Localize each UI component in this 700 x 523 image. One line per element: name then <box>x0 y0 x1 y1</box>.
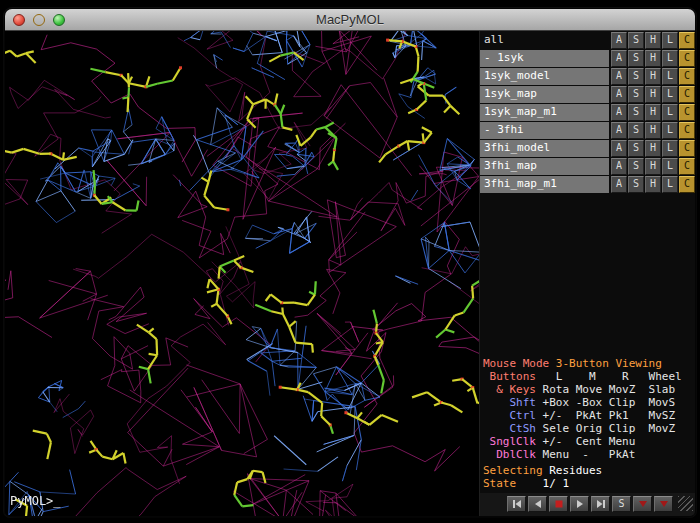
object-row: 1syk_map_m1ASHLC <box>480 104 695 121</box>
object-c-button[interactable]: C <box>679 158 695 175</box>
object-s-button[interactable]: S <box>628 68 644 85</box>
object-c-button[interactable]: C <box>679 32 695 49</box>
frame-menu-button[interactable] <box>654 496 673 512</box>
mouse-panel-line: Buttons L M R Wheel <box>483 370 682 383</box>
object-s-button[interactable]: S <box>628 122 644 139</box>
stop-icon <box>554 500 564 508</box>
object-c-button[interactable]: C <box>679 140 695 157</box>
object-h-button[interactable]: H <box>645 32 661 49</box>
object-a-button[interactable]: A <box>611 122 627 139</box>
command-prompt[interactable]: PyMOL>_ <box>10 494 61 508</box>
object-s-button[interactable]: S <box>628 50 644 67</box>
mouse-panel-text: 1/ 1 <box>523 477 569 490</box>
object-a-button[interactable]: A <box>611 176 627 193</box>
skip-to-start-icon <box>512 500 522 508</box>
stop-button[interactable] <box>549 496 568 512</box>
mouse-panel-line: State 1/ 1 <box>483 477 682 490</box>
mouse-panel-text: DblClk <box>483 448 543 461</box>
play-button[interactable] <box>570 496 589 512</box>
mouse-panel-text: L M R Wheel <box>543 370 682 383</box>
object-row: 3fhi_mapASHLC <box>480 158 695 175</box>
object-a-button[interactable]: A <box>611 86 627 103</box>
object-s-button[interactable]: S <box>628 32 644 49</box>
object-h-button[interactable]: H <box>645 140 661 157</box>
object-panel: allASHLC- 1sykASHLC1syk_modelASHLC1syk_m… <box>479 31 695 516</box>
object-l-button[interactable]: L <box>662 158 678 175</box>
object-l-button[interactable]: L <box>662 140 678 157</box>
object-s-button[interactable]: S <box>628 104 644 121</box>
object-c-button[interactable]: C <box>679 176 695 193</box>
molecule-viewport: PyMOL>_ <box>5 31 479 516</box>
zoom-button[interactable] <box>53 14 65 26</box>
traffic-lights <box>13 14 65 26</box>
object-s-button[interactable]: S <box>628 158 644 175</box>
object-l-button[interactable]: L <box>662 176 678 193</box>
mouse-panel-line: CtSh Sele Orig Clip MovZ <box>483 422 682 435</box>
viewport-canvas[interactable] <box>5 31 479 516</box>
object-s-button[interactable]: S <box>628 176 644 193</box>
object-a-button[interactable]: A <box>611 104 627 121</box>
object-list: allASHLC- 1sykASHLC1syk_modelASHLC1syk_m… <box>480 31 695 193</box>
skip-to-start-button[interactable] <box>507 496 526 512</box>
object-l-button[interactable]: L <box>662 122 678 139</box>
object-l-button[interactable]: L <box>662 104 678 121</box>
object-a-button[interactable]: A <box>611 140 627 157</box>
object-name[interactable]: 3fhi_map_m1 <box>480 176 609 193</box>
object-row: - 3fhiASHLC <box>480 122 695 139</box>
mouse-panel-text: Residues <box>549 464 602 477</box>
object-c-button[interactable]: C <box>679 122 695 139</box>
scene-button[interactable]: S <box>612 496 631 512</box>
resize-grip[interactable] <box>678 496 693 511</box>
object-row: 1syk_mapASHLC <box>480 86 695 103</box>
mouse-panel-line: Mouse Mode 3-Button Viewing <box>483 357 682 370</box>
object-h-button[interactable]: H <box>645 86 661 103</box>
object-l-button[interactable]: L <box>662 32 678 49</box>
skip-to-end-button[interactable] <box>591 496 610 512</box>
object-s-button[interactable]: S <box>628 140 644 157</box>
mouse-panel-text: Ctrl <box>483 409 543 422</box>
object-l-button[interactable]: L <box>662 50 678 67</box>
title-bar[interactable]: MacPyMOL <box>5 9 695 31</box>
mouse-panel-text: +/- Cent Menu <box>543 435 636 448</box>
object-a-button[interactable]: A <box>611 50 627 67</box>
object-row: 1syk_modelASHLC <box>480 68 695 85</box>
skip-to-end-icon <box>596 500 606 508</box>
object-c-button[interactable]: C <box>679 86 695 103</box>
menu-down-icon <box>638 500 648 508</box>
object-row: 3fhi_modelASHLC <box>480 140 695 157</box>
minimize-button[interactable] <box>33 14 45 26</box>
mouse-panel-text: +/- PkAt Pk1 MvSZ <box>543 409 675 422</box>
object-name[interactable]: 3fhi_map <box>480 158 609 175</box>
step-back-button[interactable] <box>528 496 547 512</box>
object-h-button[interactable]: H <box>645 104 661 121</box>
object-h-button[interactable]: H <box>645 50 661 67</box>
object-l-button[interactable]: L <box>662 86 678 103</box>
mouse-panel-text: & Keys <box>483 383 543 396</box>
object-name[interactable]: all <box>480 32 609 49</box>
scene-menu-button[interactable] <box>633 496 652 512</box>
object-name[interactable]: 1syk_model <box>480 68 609 85</box>
close-button[interactable] <box>13 14 25 26</box>
object-h-button[interactable]: H <box>645 176 661 193</box>
mouse-panel: Mouse Mode 3-Button Viewing Buttons L M … <box>483 357 682 490</box>
object-c-button[interactable]: C <box>679 104 695 121</box>
object-c-button[interactable]: C <box>679 50 695 67</box>
mouse-panel-line: Ctrl +/- PkAt Pk1 MvSZ <box>483 409 682 422</box>
object-name[interactable]: - 1syk <box>480 50 609 67</box>
object-c-button[interactable]: C <box>679 68 695 85</box>
object-h-button[interactable]: H <box>645 158 661 175</box>
object-h-button[interactable]: H <box>645 122 661 139</box>
mouse-panel-text: Shft <box>483 396 543 409</box>
object-l-button[interactable]: L <box>662 68 678 85</box>
object-name[interactable]: 1syk_map <box>480 86 609 103</box>
mouse-panel-text: Buttons <box>483 370 543 383</box>
object-name[interactable]: 3fhi_model <box>480 140 609 157</box>
object-a-button[interactable]: A <box>611 68 627 85</box>
mouse-panel-text: CtSh <box>483 422 543 435</box>
object-name[interactable]: 1syk_map_m1 <box>480 104 609 121</box>
object-s-button[interactable]: S <box>628 86 644 103</box>
object-a-button[interactable]: A <box>611 32 627 49</box>
object-a-button[interactable]: A <box>611 158 627 175</box>
object-name[interactable]: - 3fhi <box>480 122 609 139</box>
object-h-button[interactable]: H <box>645 68 661 85</box>
